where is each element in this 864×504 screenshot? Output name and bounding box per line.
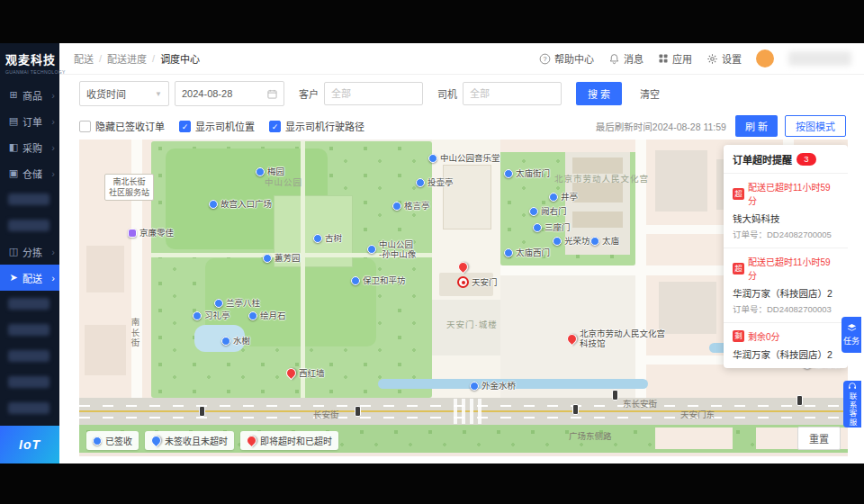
date-picker[interactable]: 2024-08-28 bbox=[175, 81, 284, 106]
map-label[interactable]: 绘月石 bbox=[248, 310, 286, 320]
sidebar-item-label: 商品 bbox=[22, 88, 42, 103]
map-label: 天安门·城楼 bbox=[446, 320, 498, 329]
sidebar-item-redacted[interactable] bbox=[0, 317, 59, 343]
map-label: 中山公园 bbox=[265, 177, 302, 187]
driver-input[interactable] bbox=[463, 82, 562, 105]
sidebar-item-商品[interactable]: ⊞商品› bbox=[0, 82, 59, 108]
contact-service-label: 联系客服 bbox=[847, 392, 858, 427]
time-type-label: 收货时间 bbox=[86, 86, 126, 101]
header-actions-wrap: ?帮助中心消息应用设置 bbox=[539, 50, 851, 68]
task-float-button[interactable]: 任务 bbox=[842, 317, 861, 353]
map-label[interactable]: 梅园 bbox=[256, 166, 284, 176]
header-action-help[interactable]: ?帮助中心 bbox=[539, 51, 594, 66]
sidebar-item-redacted[interactable] bbox=[0, 212, 59, 238]
map-label[interactable]: 蕙芳园 bbox=[263, 253, 301, 263]
sidebar-item-label: 配送 bbox=[22, 271, 42, 285]
map-canvas[interactable]: 梅园中山公园中山公园音乐堂投壶亭太庙街门北京市劳动人民文化宫井亭南北长街社区服务… bbox=[79, 140, 848, 456]
poi-icon bbox=[428, 154, 437, 163]
legend-pin-red-icon bbox=[245, 434, 259, 448]
map-label[interactable]: 中山公园-孙中山像 bbox=[367, 239, 416, 260]
alert-item[interactable]: 剩剩余0分华润万家（科技园店）2 bbox=[724, 322, 848, 368]
redacted-label bbox=[8, 376, 50, 388]
sidebar-item-订单[interactable]: ▤订单› bbox=[0, 108, 59, 134]
order-pin-icon[interactable] bbox=[456, 260, 471, 274]
poi-icon bbox=[256, 167, 265, 176]
sidebar-menu: ⊞商品›▤订单›◧采购›▣仓储›◫分拣›➤配送› bbox=[0, 79, 59, 426]
map-label[interactable]: 北京市劳动人民文化宫科技馆 bbox=[567, 328, 665, 349]
header-action-label: 帮助中心 bbox=[554, 51, 594, 66]
sidebar-item-redacted[interactable] bbox=[0, 291, 59, 317]
header-action-bell[interactable]: 消息 bbox=[608, 51, 644, 66]
map-label[interactable]: 太庙街门 bbox=[504, 168, 550, 178]
poi-icon bbox=[392, 202, 401, 211]
show-route-checkbox[interactable]: ✓ 显示司机行驶路径 bbox=[269, 119, 364, 133]
contact-service-button[interactable]: 联系客服 bbox=[843, 381, 861, 428]
avatar[interactable] bbox=[756, 50, 774, 68]
sidebar-item-redacted[interactable] bbox=[0, 395, 59, 421]
search-button[interactable]: 搜 索 bbox=[576, 82, 622, 105]
map-label[interactable]: 西红墙 bbox=[286, 368, 325, 378]
tiananmen-marker-icon[interactable] bbox=[457, 276, 469, 288]
sidebar-item-redacted[interactable] bbox=[0, 343, 59, 369]
show-driver-checkbox[interactable]: ✓ 显示司机位置 bbox=[179, 119, 255, 133]
breadcrumb-item[interactable]: 配送进度 bbox=[107, 51, 147, 66]
sidebar-item-分拣[interactable]: ◫分拣› bbox=[0, 238, 59, 265]
map-label[interactable]: 京廉零佳 bbox=[128, 228, 174, 238]
sidebar-item-redacted[interactable] bbox=[0, 369, 59, 395]
bell-icon bbox=[608, 53, 620, 65]
map-label[interactable]: 投壶亭 bbox=[416, 177, 454, 187]
sidebar-item-仓储[interactable]: ▣仓储› bbox=[0, 160, 59, 186]
poi-icon bbox=[504, 248, 513, 257]
map-label[interactable]: 天安门 bbox=[457, 276, 498, 288]
traffic-signal-icon bbox=[199, 406, 205, 417]
map-label: 广场东侧路 bbox=[569, 431, 612, 441]
alert-item[interactable]: 超配送已超时11小时59分钱大妈科技订单号：DD24082700005 bbox=[724, 173, 848, 248]
sidebar-item-采购[interactable]: ◧采购› bbox=[0, 134, 59, 160]
overdue-pin-icon[interactable] bbox=[284, 366, 299, 381]
alert-status-row: 超配送已超时11小时59分 bbox=[733, 180, 839, 207]
username-redacted bbox=[788, 51, 851, 66]
overdue-pin-icon[interactable] bbox=[565, 332, 580, 346]
clear-button[interactable]: 清空 bbox=[634, 86, 665, 102]
help-icon: ? bbox=[539, 53, 551, 65]
customer-input[interactable] bbox=[324, 82, 423, 105]
breadcrumb-item[interactable]: 调度中心 bbox=[160, 51, 200, 66]
hide-signed-checkbox[interactable]: 隐藏已签收订单 bbox=[79, 119, 165, 133]
alert-panel-header: 订单超时提醒 3 bbox=[724, 145, 848, 173]
chevron-right-icon: › bbox=[51, 168, 55, 179]
refresh-button[interactable]: 刷 新 bbox=[735, 115, 778, 137]
sidebar-item-iot[interactable]: IoT bbox=[0, 426, 59, 464]
map-label[interactable]: 三座门 bbox=[533, 222, 571, 232]
map-label[interactable]: 太庙西门 bbox=[504, 248, 550, 257]
map-label[interactable]: 中山公园音乐堂 bbox=[428, 153, 500, 163]
filter-bar: 收货时间 ▼ 2024-08-28 客户 司机 搜 索 清空 bbox=[59, 75, 864, 112]
map-label[interactable]: 外金水桥 bbox=[470, 381, 516, 391]
map-label[interactable]: 水榭 bbox=[221, 336, 250, 346]
header-action-apps[interactable]: 应用 bbox=[658, 51, 692, 66]
breadcrumb-item[interactable]: 配送 bbox=[74, 51, 94, 66]
map-reset-button[interactable]: 重置 bbox=[797, 427, 841, 450]
sidebar-item-redacted[interactable] bbox=[0, 186, 59, 212]
redacted-label bbox=[8, 220, 50, 231]
map-label[interactable]: 故宫入口广场 bbox=[209, 199, 272, 209]
map-label-text: 天安门东 bbox=[680, 410, 715, 419]
map-label[interactable]: 井亭 bbox=[549, 192, 578, 202]
map-label[interactable]: 习礼亭 bbox=[193, 310, 230, 320]
map-mode-button[interactable]: 按图模式 bbox=[785, 115, 846, 137]
customer-label: 客户 bbox=[299, 86, 319, 101]
map-label[interactable]: 阙右门 bbox=[529, 206, 567, 216]
header-action-gear[interactable]: 设置 bbox=[706, 51, 742, 66]
alert-item[interactable]: 超配送已超时11小时59分华润万家（科技园店）2订单号：DD2408270000… bbox=[724, 248, 848, 322]
layers-icon bbox=[847, 323, 857, 333]
sidebar-item-配送[interactable]: ➤配送› bbox=[0, 265, 59, 291]
map-label[interactable]: 格言亭 bbox=[392, 201, 430, 211]
map-label[interactable]: 太庙 bbox=[590, 236, 619, 246]
map-label-text: 太庙街门 bbox=[516, 168, 550, 178]
map-label[interactable]: 兰亭八柱 bbox=[214, 298, 260, 308]
legend-item: 即将超时和已超时 bbox=[240, 431, 338, 450]
map-label[interactable]: 保卫和平坊 bbox=[351, 275, 406, 285]
map-label[interactable]: 光荣坊 bbox=[553, 236, 590, 246]
time-type-select[interactable]: 收货时间 ▼ bbox=[79, 81, 169, 106]
map-label-text: 梅园 bbox=[267, 166, 284, 176]
map-label[interactable]: 古树 bbox=[313, 233, 342, 243]
